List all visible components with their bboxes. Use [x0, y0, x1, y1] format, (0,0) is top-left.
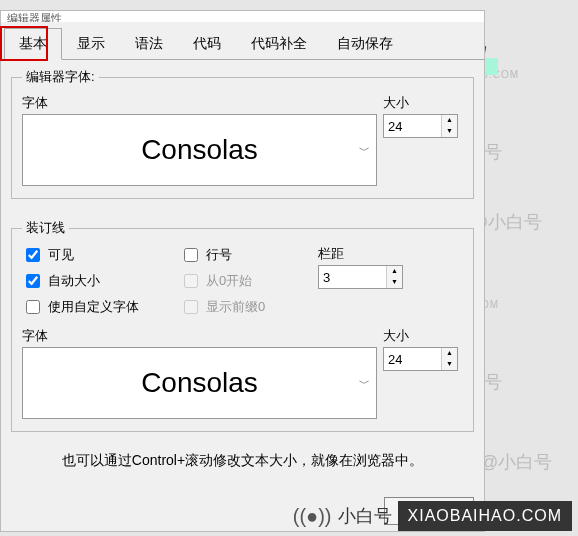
chevron-down-icon: ﹀ [359, 143, 370, 158]
editor-font-size-spinner[interactable]: ▲ ▼ [383, 114, 458, 138]
spin-down-icon[interactable]: ▼ [387, 277, 402, 288]
spin-up-icon[interactable]: ▲ [442, 115, 457, 126]
chk-visible-input[interactable] [26, 248, 40, 262]
editor-font-value: Consolas [141, 134, 258, 166]
spin-down-icon[interactable]: ▼ [442, 126, 457, 137]
gutter-size-label: 大小 [383, 327, 463, 345]
gutter-font-label: 字体 [22, 327, 377, 345]
chk-custom-font[interactable]: 使用自定义字体 [22, 297, 162, 317]
gutter-margin-input[interactable] [319, 266, 386, 288]
editor-font-select[interactable]: Consolas ﹀ [22, 114, 377, 186]
tab-bar: 基本 显示 语法 代码 代码补全 自动保存 [1, 22, 484, 60]
brand-cn: 小白号 [338, 504, 392, 528]
chk-start-zero: 从0开始 [180, 271, 300, 291]
footer-logo: ((●)) 小白号 XIAOBAIHAO.COM [0, 496, 578, 536]
chk-auto-size-input[interactable] [26, 274, 40, 288]
gutter-font-size-input[interactable] [384, 348, 441, 370]
gutter-font-size-spinner[interactable]: ▲ ▼ [383, 347, 458, 371]
tab-code[interactable]: 代码 [178, 28, 236, 60]
chk-start-zero-input [184, 274, 198, 288]
gutter-legend: 装订线 [22, 219, 69, 237]
tab-autosave[interactable]: 自动保存 [322, 28, 408, 60]
broadcast-icon: ((●)) [293, 505, 332, 528]
size-label: 大小 [383, 94, 463, 112]
font-label: 字体 [22, 94, 377, 112]
tab-display[interactable]: 显示 [62, 28, 120, 60]
editor-font-group: 编辑器字体: 字体 Consolas ﹀ 大小 ▲ ▼ [11, 68, 474, 199]
tab-syntax[interactable]: 语法 [120, 28, 178, 60]
editor-properties-dialog: 基本 显示 语法 代码 代码补全 自动保存 编辑器字体: 字体 Consolas… [0, 22, 485, 532]
chk-prefix-zero: 显示前缀0 [180, 297, 300, 317]
editor-font-legend: 编辑器字体: [22, 68, 99, 86]
hint-text: 也可以通过Control+滚动修改文本大小，就像在浏览器中。 [11, 452, 474, 470]
chk-prefix-zero-input [184, 300, 198, 314]
chevron-down-icon: ﹀ [359, 376, 370, 391]
margin-label: 栏距 [318, 245, 463, 263]
gutter-group: 装订线 可见 自动大小 使用自定义字体 [11, 219, 474, 432]
chk-line-no[interactable]: 行号 [180, 245, 300, 265]
spin-down-icon[interactable]: ▼ [442, 359, 457, 370]
dialog-content: 编辑器字体: 字体 Consolas ﹀ 大小 ▲ ▼ [1, 60, 484, 491]
spin-up-icon[interactable]: ▲ [442, 348, 457, 359]
chk-line-no-input[interactable] [184, 248, 198, 262]
gutter-margin-spinner[interactable]: ▲ ▼ [318, 265, 403, 289]
tab-basic[interactable]: 基本 [4, 28, 62, 60]
editor-font-size-input[interactable] [384, 115, 441, 137]
chk-auto-size[interactable]: 自动大小 [22, 271, 162, 291]
gutter-font-select[interactable]: Consolas ﹀ [22, 347, 377, 419]
spin-up-icon[interactable]: ▲ [387, 266, 402, 277]
tab-completion[interactable]: 代码补全 [236, 28, 322, 60]
brand-en: XIAOBAIHAO.COM [398, 501, 572, 531]
chk-visible[interactable]: 可见 [22, 245, 162, 265]
chk-custom-font-input[interactable] [26, 300, 40, 314]
gutter-font-value: Consolas [141, 367, 258, 399]
